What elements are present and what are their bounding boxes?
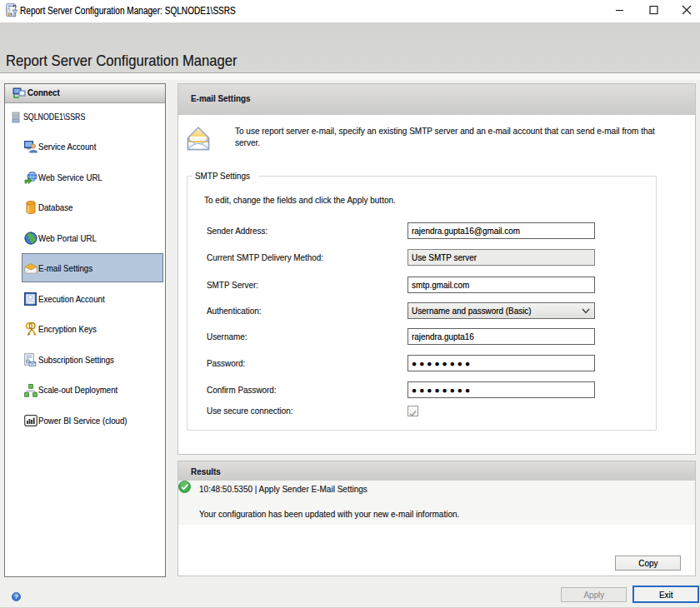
- svg-text:?: ?: [14, 593, 18, 601]
